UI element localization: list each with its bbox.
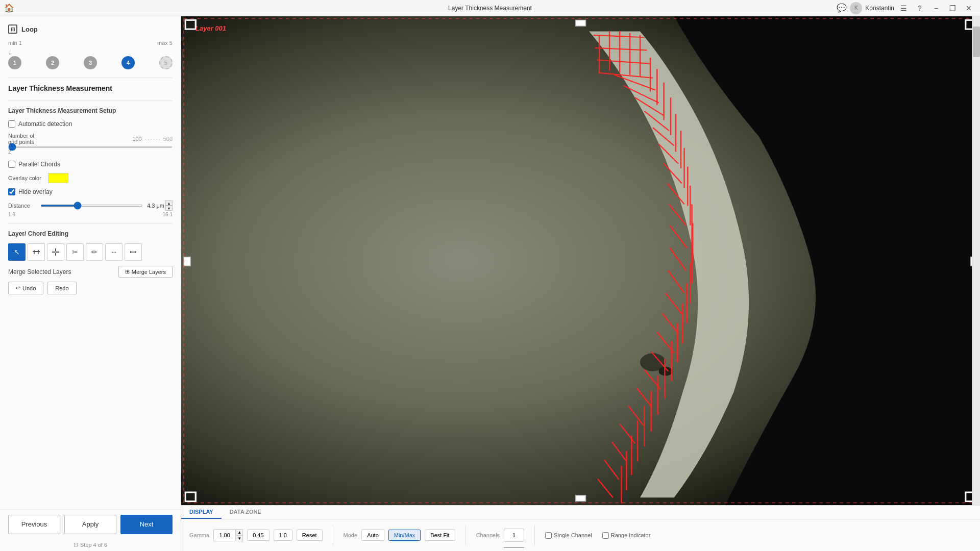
grid-points-slider[interactable] (8, 146, 173, 148)
distance-down-btn[interactable]: ▼ (165, 206, 173, 211)
tool-add-points[interactable] (47, 243, 64, 261)
mode-group: Mode Auto Min/Max Best Fit (344, 530, 455, 541)
apply-btn[interactable]: Apply (64, 515, 116, 534)
tool-cut[interactable]: ✂ (66, 243, 84, 261)
step-dot-1[interactable]: 1 (8, 56, 21, 69)
merge-btn-label: Merge Layers (132, 269, 166, 275)
svg-rect-4 (55, 248, 56, 252)
mode-auto-btn[interactable]: Auto (361, 530, 384, 541)
divider-v3 (534, 525, 535, 545)
range-indicator-checkbox[interactable] (602, 532, 609, 539)
minimize-btn[interactable]: − (929, 2, 943, 14)
gamma-down[interactable]: ▼ (236, 535, 243, 541)
auto-detection-label[interactable]: Automatic detection (8, 120, 72, 128)
distance-stepper: ▲ ▼ (165, 201, 173, 211)
hide-overlay-text: Hide overlay (18, 188, 53, 195)
display-bar: DISPLAY DATA ZONE Gamma 1.00 ▲ ▼ 0.45 1.… (181, 505, 980, 551)
setup-section: Layer Thickness Measurement Setup Automa… (8, 107, 173, 217)
loop-header: ⊡ Loop (8, 24, 173, 34)
overlay-color-row: Overlay color (8, 173, 173, 183)
tab-data-zone[interactable]: DATA ZONE (222, 506, 270, 519)
distance-value: 4.3 μm (147, 203, 164, 209)
hide-overlay-label[interactable]: Hide overlay (8, 188, 53, 195)
step-dot-2[interactable]: 2 (46, 56, 59, 69)
undo-icon: ↩ (16, 285, 20, 291)
tool-edit-layer[interactable] (28, 243, 45, 261)
merge-label: Merge Selected Layers (8, 268, 71, 276)
parallel-chords-checkbox[interactable] (8, 161, 15, 168)
mode-label: Mode (344, 532, 358, 538)
tab-display[interactable]: DISPLAY (181, 506, 222, 519)
gamma-label: Gamma (189, 532, 209, 538)
scrollbar-thumb[interactable] (973, 27, 980, 57)
merge-row: Merge Selected Layers ⊞ Merge Layers (8, 266, 173, 278)
step-dot-3[interactable]: 3 (84, 56, 97, 69)
help-btn[interactable]: ? (913, 2, 927, 14)
grid-points-label-1: Number of (8, 133, 34, 139)
titlebar-right: 💬 K Konstantin ☰ ? − ❐ ✕ (837, 2, 976, 14)
bottom-nav: Previous Apply Next (0, 510, 181, 538)
channels-input-wrap: 1 (504, 529, 524, 542)
previous-btn[interactable]: Previous (8, 515, 60, 534)
channels-input[interactable]: 1 (504, 529, 524, 542)
left-panel-scroll: ⊡ Loop min 1 max 5 ↓ 1 2 3 4 5 (0, 16, 181, 510)
step-arrow-indicator: ↓ (8, 48, 173, 56)
restore-btn[interactable]: ❐ (945, 2, 960, 14)
divider-v1 (333, 525, 333, 545)
home-icon[interactable]: 🏠 (4, 3, 14, 13)
gamma-045-btn[interactable]: 0.45 (247, 530, 269, 541)
next-btn[interactable]: Next (120, 515, 173, 534)
main-content: ⊡ Loop min 1 max 5 ↓ 1 2 3 4 5 (0, 16, 980, 551)
redo-label: Redo (55, 285, 68, 291)
right-scrollbar[interactable] (972, 16, 980, 505)
step-dot-4[interactable]: 4 (121, 56, 135, 69)
single-channel-checkbox[interactable] (545, 532, 552, 539)
tool-resize[interactable]: ↔ (105, 243, 122, 261)
mid-handle-top (576, 20, 586, 26)
parallel-chords-label[interactable]: Parallel Chords (8, 161, 60, 168)
svg-point-7 (130, 252, 131, 253)
channels-group: Channels 1 (476, 529, 524, 542)
single-channel-label[interactable]: Single Channel (545, 532, 592, 539)
mode-bestfit-btn[interactable]: Best Fit (425, 530, 455, 541)
undo-btn[interactable]: ↩ Undo (8, 282, 43, 294)
mid-handle-bottom (576, 495, 586, 502)
titlebar-left: 🏠 (4, 3, 14, 13)
close-btn[interactable]: ✕ (962, 2, 976, 14)
merge-icon: ⊞ (125, 268, 130, 275)
user-area: 💬 K Konstantin (837, 2, 894, 14)
distance-up-btn[interactable]: ▲ (165, 201, 173, 206)
hide-overlay-checkbox[interactable] (8, 188, 15, 195)
toolbar: ↖ ✂ ✏ ↔ (8, 243, 173, 261)
microscope-svg (181, 16, 980, 505)
single-channel-text: Single Channel (554, 532, 592, 538)
mid-handle-left (184, 257, 190, 266)
distance-slider[interactable] (40, 205, 143, 207)
tool-pencil[interactable]: ✏ (86, 243, 103, 261)
overlay-color-swatch[interactable] (48, 173, 68, 183)
tool-select[interactable]: ↖ (8, 243, 26, 261)
hide-overlay-row: Hide overlay (8, 188, 173, 195)
grid-points-values: 100 500 (132, 136, 173, 142)
hamburger-btn[interactable]: ☰ (896, 2, 911, 14)
titlebar: 🏠 Layer Thickness Measurement 💬 K Konsta… (0, 0, 980, 16)
step-range: min 1 max 5 (8, 40, 173, 46)
gamma-arrows: ▲ ▼ (236, 529, 243, 541)
loop-section: ⊡ Loop min 1 max 5 ↓ 1 2 3 4 5 (8, 24, 173, 69)
display-tabs: DISPLAY DATA ZONE (181, 506, 980, 519)
gamma-10-btn[interactable]: 1.0 (274, 530, 292, 541)
tool-measure[interactable] (125, 243, 142, 261)
gamma-up[interactable]: ▲ (236, 529, 243, 535)
mode-minmax-btn[interactable]: Min/Max (388, 530, 421, 541)
layer-label: Layer 001 (195, 24, 226, 32)
step-dot-5[interactable]: 5 (159, 56, 173, 69)
chat-icon[interactable]: 💬 (837, 3, 847, 13)
viewer-image[interactable]: Layer 001 (181, 16, 980, 505)
gamma-reset-btn[interactable]: Reset (297, 530, 323, 541)
gamma-input[interactable]: 1.00 (213, 529, 236, 541)
parallel-chords-text: Parallel Chords (18, 161, 60, 168)
auto-detection-checkbox[interactable] (8, 120, 15, 128)
redo-btn[interactable]: Redo (47, 282, 76, 294)
range-indicator-label[interactable]: Range Indicator (602, 532, 651, 539)
merge-btn[interactable]: ⊞ Merge Layers (118, 266, 173, 278)
